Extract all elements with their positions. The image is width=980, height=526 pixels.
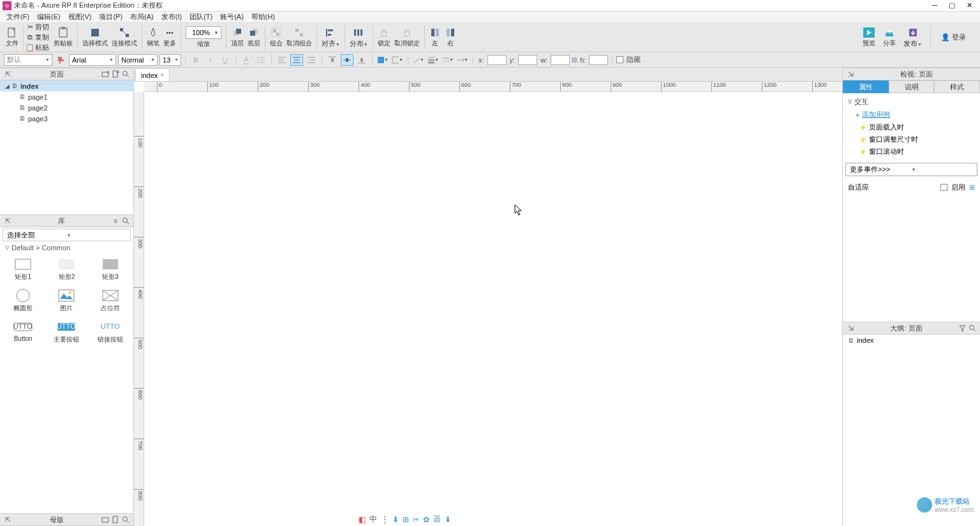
tab-index[interactable]: index ×	[135, 68, 170, 81]
widget-image[interactable]: 图片	[46, 287, 87, 315]
tray-icon[interactable]: 器	[433, 514, 441, 525]
unlock-button[interactable]: 取消锁定	[392, 26, 422, 49]
enable-checkbox[interactable]	[940, 184, 947, 191]
tray-icon[interactable]: ✿	[423, 515, 429, 524]
bold-button[interactable]: B	[189, 54, 202, 66]
zoom-input[interactable]	[188, 29, 214, 36]
tray-icon[interactable]: ⬇	[392, 515, 399, 524]
page-item-page2[interactable]: 🗎 page2	[0, 102, 133, 113]
ungroup-button[interactable]: 取消组合	[285, 26, 314, 49]
bottom-button[interactable]: 底层	[246, 26, 262, 49]
lock-ratio-icon[interactable]: ⊟	[572, 56, 577, 63]
tray-icon[interactable]: 中	[369, 514, 377, 525]
pen-button[interactable]: 钢笔	[145, 26, 161, 49]
border-color-button[interactable]: ▼	[391, 54, 404, 66]
menu-project[interactable]: 项目(P)	[95, 12, 126, 22]
page-item-index[interactable]: ◢ 🗎 index	[0, 80, 133, 91]
menu-team[interactable]: 团队(T)	[186, 12, 216, 22]
cut-button[interactable]: ✂剪切	[26, 22, 49, 32]
distribute-button[interactable]: 分布▼	[348, 26, 370, 49]
library-selector[interactable]: 选择全部▼	[3, 229, 131, 241]
size-combo[interactable]: ▼	[160, 54, 181, 66]
widget-rect3[interactable]: 矩形3	[90, 255, 131, 284]
menu-help[interactable]: 帮助(H)	[248, 12, 279, 22]
tray-icon[interactable]: ⊞	[403, 515, 409, 524]
font-combo[interactable]: ▼	[69, 54, 116, 66]
add-master-folder-icon[interactable]	[100, 515, 110, 525]
share-button[interactable]: 分享	[881, 26, 898, 49]
w-input[interactable]	[551, 55, 570, 65]
search-masters-icon[interactable]	[121, 515, 131, 525]
line-width-button[interactable]: ▼	[427, 54, 440, 66]
outline-item-index[interactable]: 🗎 index	[843, 334, 980, 346]
search-outline-icon[interactable]	[967, 323, 977, 333]
menu-layout[interactable]: 布局(A)	[126, 12, 158, 22]
widget-link-button[interactable]: BUTTON链接按钮	[90, 318, 131, 347]
select-mode-button[interactable]: 选择模式	[80, 26, 110, 49]
menu-account[interactable]: 账号(A)	[216, 12, 248, 22]
library-category[interactable]: ▽Default > Common	[0, 243, 133, 253]
style-combo[interactable]: ▼	[4, 54, 52, 66]
tab-notes[interactable]: 说明	[889, 80, 935, 93]
add-master-icon[interactable]	[110, 515, 121, 525]
connect-mode-button[interactable]: 连接模式	[110, 26, 139, 49]
tray-icon[interactable]: ✂	[413, 515, 419, 524]
tab-properties[interactable]: 属性	[843, 80, 889, 93]
widget-rect2[interactable]: 矩形2	[46, 255, 87, 284]
event-window-scroll[interactable]: ⚡窗口滚动时	[848, 146, 975, 158]
italic-button[interactable]: I	[204, 54, 217, 66]
copy-button[interactable]: ⧉复制	[26, 33, 49, 42]
search-library-icon[interactable]	[121, 216, 131, 226]
align-right-button[interactable]: 右	[443, 26, 458, 49]
valign-middle-button[interactable]	[341, 54, 353, 66]
publish-button[interactable]: 发布▼	[902, 26, 924, 49]
group-button[interactable]: 组合	[268, 26, 285, 49]
library-menu-icon[interactable]: ≡	[110, 216, 121, 226]
tray-icon[interactable]: ⬇	[445, 515, 451, 524]
widget-rect1[interactable]: 矩形1	[3, 255, 43, 284]
style-paint-button[interactable]	[54, 54, 67, 66]
line-style-button[interactable]: ▼	[442, 54, 454, 66]
close-tab-icon[interactable]: ×	[160, 71, 164, 79]
login-button[interactable]: 👤 登录	[937, 33, 970, 42]
line-button[interactable]: ▼	[412, 54, 425, 66]
align-right-text-button[interactable]	[305, 54, 318, 66]
add-folder-icon[interactable]	[100, 69, 110, 79]
x-input[interactable]	[487, 55, 507, 65]
search-pages-icon[interactable]	[121, 69, 131, 79]
widget-button[interactable]: BUTTONButton	[3, 318, 43, 347]
close-button[interactable]: ✕	[967, 1, 972, 10]
valign-top-button[interactable]	[326, 54, 339, 66]
h-input[interactable]	[589, 55, 608, 65]
menu-view[interactable]: 视图(V)	[64, 12, 96, 22]
minimize-button[interactable]: ─	[932, 1, 937, 10]
weight-combo[interactable]: ▼	[118, 54, 158, 66]
library-collapse-icon[interactable]: ⇱	[3, 216, 13, 226]
text-color-button[interactable]: A	[240, 54, 253, 66]
pages-collapse-icon[interactable]: ⇱	[3, 69, 13, 79]
adaptive-settings-icon[interactable]: ⊞	[969, 183, 975, 192]
expand-icon[interactable]: ◢	[5, 83, 11, 89]
add-page-icon[interactable]	[110, 69, 121, 79]
preview-button[interactable]: 预览	[861, 26, 877, 49]
valign-bottom-button[interactable]	[355, 54, 368, 66]
hidden-checkbox[interactable]	[616, 56, 623, 63]
lock-button[interactable]: 锁定	[376, 26, 392, 49]
tray-icon[interactable]: ⋮	[381, 515, 389, 524]
fill-button[interactable]: ▼	[376, 54, 389, 66]
canvas[interactable]	[144, 92, 842, 526]
inspector-collapse-icon[interactable]: ⇲	[845, 69, 856, 79]
bullets-button[interactable]	[255, 54, 267, 66]
filter-icon[interactable]	[957, 323, 967, 333]
y-input[interactable]	[518, 55, 537, 65]
page-item-page1[interactable]: 🗎 page1	[0, 91, 133, 102]
align-center-text-button[interactable]	[290, 54, 303, 66]
maximize-button[interactable]: ▢	[949, 1, 955, 10]
page-item-page3[interactable]: 🗎 page3	[0, 113, 133, 124]
interactions-section[interactable]: ▽交互	[848, 96, 975, 108]
underline-button[interactable]: U	[219, 54, 232, 66]
event-window-resize[interactable]: ⚡窗口调整尺寸时	[848, 133, 975, 146]
menu-file[interactable]: 文件(F)	[3, 12, 33, 22]
widget-placeholder[interactable]: 占位符	[90, 287, 131, 315]
outline-collapse-icon[interactable]: ⇲	[845, 323, 856, 333]
